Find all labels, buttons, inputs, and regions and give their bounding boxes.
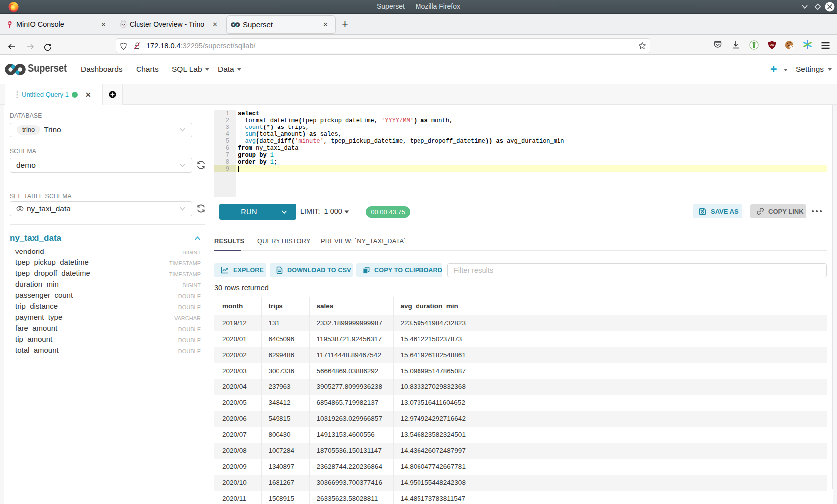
svg-text:UO: UO	[770, 43, 774, 46]
